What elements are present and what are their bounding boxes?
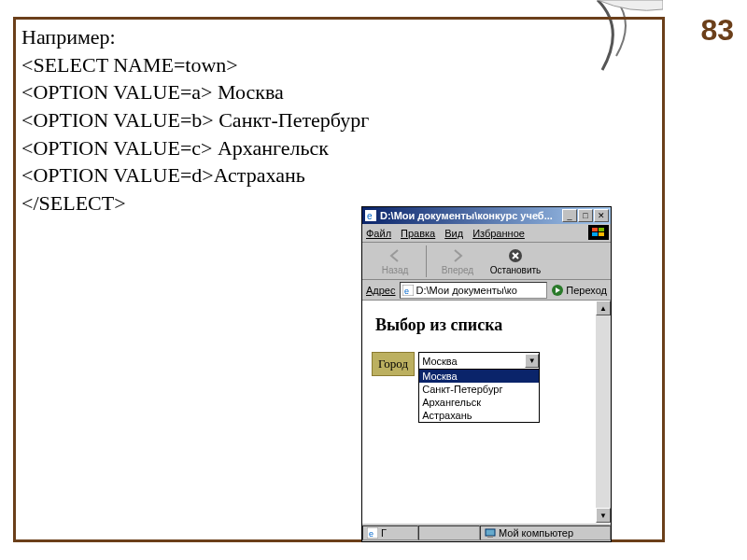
- scroll-up-icon[interactable]: ▲: [596, 301, 611, 315]
- scroll-down-icon[interactable]: ▼: [596, 508, 611, 523]
- toolbar: Назад Вперед Остановить: [362, 243, 611, 280]
- windows-logo-icon: [588, 225, 609, 240]
- address-bar: Адрес e D:\Мои документы\ко Переход: [362, 280, 611, 301]
- svg-text:e: e: [404, 287, 409, 296]
- titlebar: e D:\Мои документы\конкурс учеб... _ □ ✕: [362, 207, 611, 224]
- menu-file[interactable]: Файл: [366, 228, 391, 239]
- code-line: <OPTION VALUE=b> Санкт-Петербург: [21, 106, 656, 134]
- status-zone: Мой компьютер: [480, 525, 611, 540]
- toolbar-separator: [426, 245, 427, 277]
- back-button[interactable]: Назад: [366, 244, 424, 279]
- browser-content: Выбор из списка Город Москва ▼ Москва Са…: [362, 301, 611, 523]
- go-button[interactable]: Переход: [551, 284, 607, 297]
- select-value: Москва: [419, 356, 525, 367]
- done-icon: e: [367, 527, 378, 539]
- maximize-button[interactable]: □: [578, 209, 593, 222]
- code-line: <OPTION VALUE=a> Москва: [21, 78, 656, 106]
- stop-button[interactable]: Остановить: [486, 244, 544, 279]
- page-heading: Выбор из списка: [375, 315, 601, 335]
- menu-edit[interactable]: Правка: [401, 228, 435, 239]
- computer-icon: [485, 527, 496, 539]
- status-left: e Г: [362, 525, 418, 540]
- address-label: Адрес: [366, 285, 396, 296]
- svg-rect-12: [486, 529, 495, 536]
- chevron-down-icon: ▼: [525, 354, 539, 368]
- statusbar: e Г Мой компьютер: [362, 523, 611, 541]
- code-line: <OPTION VALUE=d>Астрахань: [21, 161, 656, 189]
- svg-rect-5: [599, 232, 604, 236]
- select-option[interactable]: Москва: [419, 370, 539, 383]
- close-button[interactable]: ✕: [594, 209, 609, 222]
- svg-rect-13: [487, 536, 493, 538]
- code-line: <SELECT NAME=town>: [21, 51, 656, 79]
- ie-icon: e: [364, 209, 377, 222]
- select-dropdown: Москва Санкт-Петербург Архангельск Астра…: [418, 369, 540, 423]
- code-example: Например: <SELECT NAME=town> <OPTION VAL…: [21, 23, 656, 217]
- svg-text:e: e: [367, 211, 373, 221]
- svg-rect-4: [592, 232, 598, 236]
- window-title: D:\Мои документы\конкурс учеб...: [380, 210, 562, 221]
- menu-view[interactable]: Вид: [444, 228, 463, 239]
- minimize-button[interactable]: _: [562, 209, 577, 222]
- svg-rect-2: [592, 228, 598, 231]
- forward-button[interactable]: Вперед: [429, 244, 486, 279]
- select-option[interactable]: Архангельск: [419, 396, 539, 409]
- select-option[interactable]: Санкт-Петербург: [419, 383, 539, 396]
- select-option[interactable]: Астрахань: [419, 409, 539, 422]
- code-line: <OPTION VALUE=c> Архангельск: [21, 134, 656, 162]
- field-label: Город: [372, 352, 415, 376]
- stop-icon: [506, 246, 525, 265]
- page-number: 83: [700, 13, 734, 48]
- menubar: Файл Правка Вид Избранное: [362, 224, 611, 243]
- address-input[interactable]: e D:\Мои документы\ко: [400, 282, 548, 299]
- svg-text:e: e: [369, 529, 374, 539]
- menu-favorites[interactable]: Избранное: [472, 228, 525, 239]
- arrow-left-icon: [386, 246, 404, 265]
- browser-window: e D:\Мои документы\конкурс учеб... _ □ ✕…: [361, 206, 612, 542]
- go-icon: [551, 284, 564, 297]
- slide-frame: Например: <SELECT NAME=town> <OPTION VAL…: [13, 17, 665, 542]
- svg-rect-3: [599, 228, 604, 231]
- arrow-right-icon: [448, 246, 467, 265]
- ie-page-icon: e: [402, 285, 414, 296]
- scroll-track[interactable]: [596, 315, 611, 508]
- town-select[interactable]: Москва ▼: [418, 352, 540, 370]
- status-mid: [418, 525, 480, 540]
- vertical-scrollbar[interactable]: ▲ ▼: [596, 301, 611, 523]
- code-line: Например:: [21, 23, 656, 51]
